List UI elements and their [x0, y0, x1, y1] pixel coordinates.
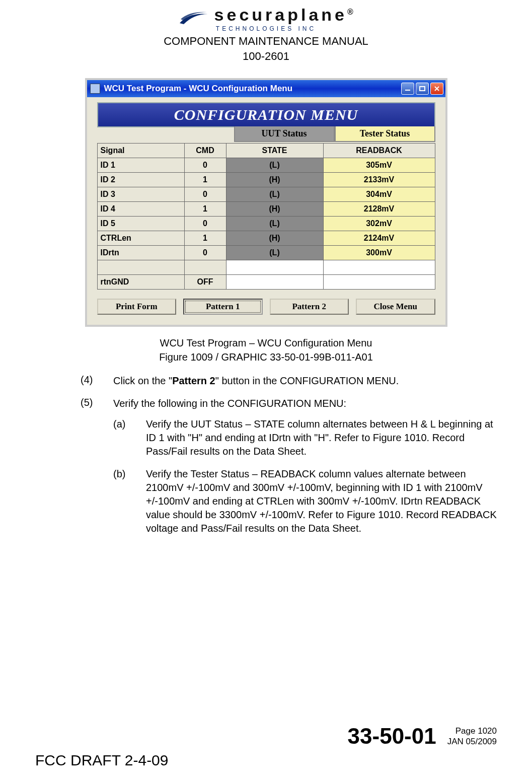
config-title-bar: CONFIGURATION MENU — [97, 102, 435, 127]
logo-registered: ® — [347, 8, 353, 16]
config-heading: CONFIGURATION MENU — [174, 106, 358, 123]
table-row: ID 41(H)2128mV — [97, 201, 435, 216]
step-5: (5) Verify the following in the CONFIGUR… — [81, 397, 497, 544]
cell-state: (L) — [226, 158, 323, 172]
cell-cmd: 1 — [184, 172, 226, 187]
table-row: ID 30(L)304mV — [97, 187, 435, 201]
cell-signal: CTRLen — [97, 231, 184, 245]
page-number: Page 1020 — [447, 726, 497, 736]
tester-status-tab: Tester Status — [335, 126, 435, 142]
cell-readback: 2124mV — [323, 231, 435, 245]
cell-readback: 2128mV — [323, 201, 435, 216]
step-5a-number: (a) — [113, 417, 146, 458]
caption-line-1: WCU Test Program – WCU Configuration Men… — [35, 336, 497, 350]
cell-signal: ID 2 — [97, 172, 184, 187]
cell-readback: 2133mV — [323, 172, 435, 187]
cell-cmd: 0 — [184, 158, 226, 172]
step-5b-text: Verify the Tester Status – READBACK colu… — [146, 467, 497, 535]
step-5-number: (5) — [81, 397, 113, 544]
cell-cmd: 0 — [184, 216, 226, 231]
cell-signal: rtnGND — [97, 274, 184, 289]
cell-signal — [97, 260, 184, 274]
header-title: COMPONENT MAINTENANCE MANUAL — [35, 35, 497, 48]
page-header: securaplane® TECHNOLOGIES INC COMPONENT … — [35, 5, 497, 63]
config-menu-window: WCU Test Program - WCU Configuration Men… — [85, 78, 447, 327]
close-menu-button[interactable]: Close Menu — [356, 299, 435, 315]
minimize-button[interactable] — [401, 83, 414, 95]
step-5b-number: (b) — [113, 467, 146, 535]
step-4-text: Click on the "Pattern 2" button in the C… — [113, 374, 497, 388]
table-row: rtnGNDOFF — [97, 274, 435, 289]
cell-signal: IDrtn — [97, 245, 184, 260]
revision-date: JAN 05/2009 — [447, 736, 497, 747]
step-4-pre: Click on the " — [113, 375, 172, 386]
svg-rect-1 — [420, 87, 425, 91]
window-title: WCU Test Program - WCU Configuration Men… — [104, 84, 401, 94]
pattern-2-button[interactable]: Pattern 2 — [270, 299, 349, 315]
figure-caption: WCU Test Program – WCU Configuration Men… — [35, 336, 497, 364]
col-signal: Signal — [97, 143, 184, 158]
window-icon — [90, 84, 100, 94]
table-row: ID 50(L)302mV — [97, 216, 435, 231]
cell-state: (L) — [226, 216, 323, 231]
step-5-text: Verify the following in the CONFIGURATIO… — [113, 397, 497, 410]
cell-readback: 302mV — [323, 216, 435, 231]
step-4-post: " button in the CONFIGURATION MENU. — [215, 375, 399, 386]
cell-readback: 305mV — [323, 158, 435, 172]
chapter-number: 33-50-01 — [348, 724, 436, 749]
config-table: Signal CMD STATE READBACK ID 10(L)305mVI… — [97, 143, 435, 290]
window-controls — [401, 83, 443, 95]
cell-readback — [323, 274, 435, 289]
cell-state: (H) — [226, 201, 323, 216]
caption-line-2: Figure 1009 / GRAPHIC 33-50-01-99B-011-A… — [35, 350, 497, 364]
cell-cmd: 1 — [184, 201, 226, 216]
step-5b: (b) Verify the Tester Status – READBACK … — [113, 467, 497, 535]
cell-cmd: 1 — [184, 231, 226, 245]
col-state: STATE — [226, 143, 323, 158]
step-5a-text: Verify the UUT Status – STATE column alt… — [146, 417, 497, 458]
close-button[interactable] — [430, 83, 443, 95]
table-row: CTRLen1(H)2124mV — [97, 231, 435, 245]
cell-cmd: 0 — [184, 187, 226, 201]
col-cmd: CMD — [184, 143, 226, 158]
print-form-button[interactable]: Print Form — [97, 299, 177, 315]
cell-readback: 300mV — [323, 245, 435, 260]
cell-state — [226, 274, 323, 289]
table-row: ID 10(L)305mV — [97, 158, 435, 172]
uut-status-tab: UUT Status — [234, 126, 335, 142]
step-5a: (a) Verify the UUT Status – STATE column… — [113, 417, 497, 458]
cell-cmd: 0 — [184, 245, 226, 260]
procedure-steps: (4) Click on the "Pattern 2" button in t… — [81, 374, 497, 544]
cell-state — [226, 260, 323, 274]
cell-signal: ID 3 — [97, 187, 184, 201]
cell-state: (H) — [226, 231, 323, 245]
cell-signal: ID 4 — [97, 201, 184, 216]
header-model: 100-2601 — [35, 50, 497, 63]
cell-signal: ID 5 — [97, 216, 184, 231]
pattern-1-button[interactable]: Pattern 1 — [183, 299, 263, 315]
table-row — [97, 260, 435, 274]
col-readback: READBACK — [323, 143, 435, 158]
table-row: IDrtn0(L)300mV — [97, 245, 435, 260]
page-footer: 33-50-01 Page 1020 JAN 05/2009 FCC DRAFT… — [35, 724, 497, 769]
step-4-bold: Pattern 2 — [172, 375, 215, 386]
logo-brand: securaplane — [214, 5, 347, 24]
logo-brand-text: securaplane® — [214, 5, 353, 24]
step-4-number: (4) — [81, 374, 113, 388]
window-titlebar: WCU Test Program - WCU Configuration Men… — [87, 80, 445, 97]
svg-rect-0 — [405, 90, 410, 91]
cell-signal: ID 1 — [97, 158, 184, 172]
logo-swoosh-icon — [179, 10, 209, 27]
cell-cmd — [184, 260, 226, 274]
cell-state: (L) — [226, 245, 323, 260]
maximize-button[interactable] — [416, 83, 429, 95]
step-4: (4) Click on the "Pattern 2" button in t… — [81, 374, 497, 388]
cell-readback: 304mV — [323, 187, 435, 201]
cell-readback — [323, 260, 435, 274]
cell-cmd: OFF — [184, 274, 226, 289]
cell-state: (L) — [226, 187, 323, 201]
logo: securaplane® TECHNOLOGIES INC — [179, 5, 353, 32]
table-row: ID 21(H)2133mV — [97, 172, 435, 187]
cell-state: (H) — [226, 172, 323, 187]
fcc-draft-stamp: FCC DRAFT 2-4-09 — [35, 752, 497, 769]
